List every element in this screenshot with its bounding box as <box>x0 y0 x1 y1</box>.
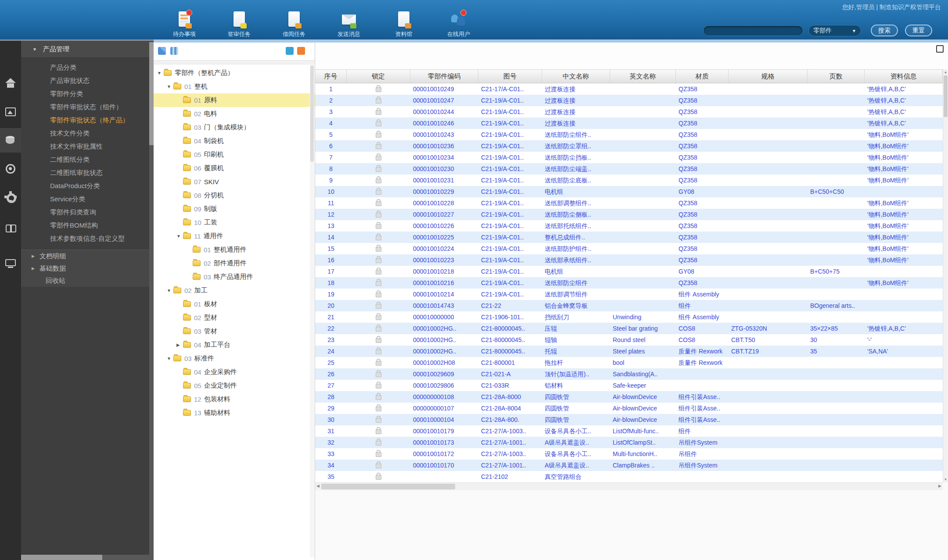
info-link[interactable]: '物料,BoM组件' <box>865 277 943 289</box>
material-link[interactable]: 组件 <box>676 300 729 311</box>
spec-link[interactable] <box>729 197 808 209</box>
english-name-link[interactable]: Multi-functionH.. <box>610 448 676 460</box>
spec-link[interactable] <box>729 460 808 471</box>
table-row[interactable]: 11000010010228C21-19/A-C01..送纸部调整组件..QZ3… <box>315 197 943 209</box>
part-code-link[interactable]: 000010010230 <box>410 163 478 175</box>
row-number[interactable]: 13 <box>315 220 347 232</box>
info-link[interactable]: '物料,BoM组件' <box>865 220 943 232</box>
spec-link[interactable] <box>729 186 808 197</box>
english-name-link[interactable]: Round steel <box>610 334 676 346</box>
table-row[interactable]: 5000010010243C21-19/A-C01..送纸部防尘组件..QZ35… <box>315 129 943 140</box>
chevron-down-icon[interactable]: ▼ <box>157 71 164 75</box>
drawing-number-link[interactable]: C21-2102 <box>478 471 542 482</box>
table-row[interactable]: 18000010010216C21-19/A-C01..送纸部防尘组件QZ358… <box>315 277 943 289</box>
spec-link[interactable] <box>729 118 808 129</box>
tree-node[interactable]: 02电料 <box>154 107 315 121</box>
chinese-name-link[interactable]: 设备吊具各小工.. <box>542 448 610 460</box>
spec-link[interactable] <box>729 175 808 186</box>
pages-link[interactable] <box>808 277 865 289</box>
sidebar-horizontal-scrollbar[interactable] <box>21 555 154 560</box>
spec-link[interactable] <box>729 106 808 118</box>
part-code-link[interactable]: 000010002HG.. <box>410 334 478 346</box>
drawing-number-link[interactable]: C21-27/A-1001.. <box>478 460 542 471</box>
part-code-link[interactable]: 000010010225 <box>410 232 478 243</box>
drawing-number-link[interactable]: C21-27/A-1003.. <box>478 448 542 460</box>
search-input[interactable] <box>703 25 803 36</box>
part-code-link[interactable]: 000010014743 <box>410 300 478 311</box>
spec-link[interactable] <box>729 220 808 232</box>
table-horizontal-scrollbar[interactable]: ◀ ▶ <box>315 482 943 490</box>
row-number[interactable]: 1 <box>315 83 347 95</box>
spec-link[interactable] <box>729 95 808 106</box>
scroll-down-icon[interactable]: ▼ <box>943 478 948 482</box>
info-link[interactable] <box>865 448 943 460</box>
tree-node[interactable]: 08分切机 <box>154 189 315 202</box>
material-link[interactable]: 吊组件System <box>676 437 729 448</box>
pages-link[interactable] <box>808 414 865 425</box>
english-name-link[interactable] <box>610 243 676 254</box>
spec-link[interactable] <box>729 368 808 380</box>
sidebar-group-product-management[interactable]: ▼ 产品管理 <box>21 41 154 58</box>
scroll-up-icon[interactable]: ▲ <box>943 70 948 74</box>
spec-link[interactable] <box>729 232 808 243</box>
column-header[interactable]: 锁定 <box>347 70 410 83</box>
user-info[interactable]: 您好,管理员 | 制造知识产权管理平台 <box>842 4 941 11</box>
toolbar-library[interactable]: 资料馆 <box>388 11 419 38</box>
drawing-number-link[interactable]: C21-19/A-C01.. <box>478 140 542 152</box>
tree-node[interactable]: 01板材 <box>154 297 315 311</box>
reset-button[interactable]: 重置 <box>905 25 932 36</box>
info-link[interactable]: '物料,BoM组件' <box>865 163 943 175</box>
pages-link[interactable] <box>808 425 865 437</box>
pages-link[interactable]: 35 <box>808 346 865 357</box>
part-code-link[interactable]: 000010010234 <box>410 152 478 163</box>
drawing-number-link[interactable]: C21-033R <box>478 380 542 391</box>
table-row[interactable]: 35C21-2102真空管路组合 <box>315 471 943 482</box>
part-code-link[interactable]: 000010002HG.. <box>410 346 478 357</box>
material-link[interactable]: QZ358 <box>676 197 729 209</box>
english-name-link[interactable]: Air-blownDevice <box>610 414 676 425</box>
part-code-link[interactable]: 000010010243 <box>410 129 478 140</box>
material-link[interactable]: 组件引装Asse.. <box>676 391 729 403</box>
pages-link[interactable] <box>808 95 865 106</box>
info-link[interactable] <box>865 437 943 448</box>
pages-link[interactable] <box>808 118 865 129</box>
info-link[interactable] <box>865 414 943 425</box>
material-link[interactable]: 吊组件 <box>676 448 729 460</box>
english-name-link[interactable] <box>610 277 676 289</box>
spec-link[interactable] <box>729 129 808 140</box>
material-link[interactable]: QZ358 <box>676 106 729 118</box>
english-name-link[interactable]: ListOfClampSt.. <box>610 437 676 448</box>
sidebar-section[interactable]: ▶文档明细 <box>21 250 154 262</box>
column-header[interactable]: 材质 <box>676 70 729 83</box>
chinese-name-link[interactable]: 送纸部调节组件 <box>542 289 610 300</box>
table-row[interactable]: 25000010002H08C21-800001拖拉杆bool质量件 Rexwo… <box>315 357 943 368</box>
table-row[interactable]: 24000010002HG..C21-80000045..托辊Steel pla… <box>315 346 943 357</box>
material-link[interactable]: GY08 <box>676 186 729 197</box>
material-link[interactable]: 吊组件System <box>676 460 729 471</box>
table-row[interactable]: 16000010010223C21-19/A-C01..送纸部承纸组件..QZ3… <box>315 254 943 266</box>
table-row[interactable]: 7000010010234C21-19/A-C01..送纸部防尘挡板..QZ35… <box>315 152 943 163</box>
table-row[interactable]: 21000010000000C21-1906-101..挡纸刮刀Unwindin… <box>315 311 943 323</box>
part-code-link[interactable]: 000010002HG.. <box>410 323 478 334</box>
spec-link[interactable] <box>729 311 808 323</box>
pages-link[interactable] <box>808 129 865 140</box>
info-link[interactable] <box>865 403 943 414</box>
row-number[interactable]: 16 <box>315 254 347 266</box>
drawing-number-link[interactable]: C21-19/A-C01.. <box>478 197 542 209</box>
table-row[interactable]: 6000010010236C21-19/A-C01..送纸部防尘罩组..QZ35… <box>315 140 943 152</box>
english-name-link[interactable]: Steel bar grating <box>610 323 676 334</box>
part-code-link[interactable]: 000010010236 <box>410 140 478 152</box>
chinese-name-link[interactable]: A级吊具遮盖设.. <box>542 460 610 471</box>
english-name-link[interactable] <box>610 254 676 266</box>
info-link[interactable]: '-' <box>865 334 943 346</box>
pages-link[interactable] <box>808 460 865 471</box>
english-name-link[interactable]: ListOfMulti-func.. <box>610 425 676 437</box>
info-link[interactable]: '物料,BoM组件' <box>865 197 943 209</box>
english-name-link[interactable]: Sandblasting(A.. <box>610 368 676 380</box>
scrollbar-thumb[interactable] <box>21 555 102 560</box>
sidebar-item[interactable]: 零部件审批状态（终产品） <box>21 114 154 127</box>
pages-link[interactable] <box>808 368 865 380</box>
drawing-number-link[interactable]: C21-19/A-C01.. <box>478 163 542 175</box>
spec-link[interactable] <box>729 391 808 403</box>
material-link[interactable]: QZ358 <box>676 243 729 254</box>
